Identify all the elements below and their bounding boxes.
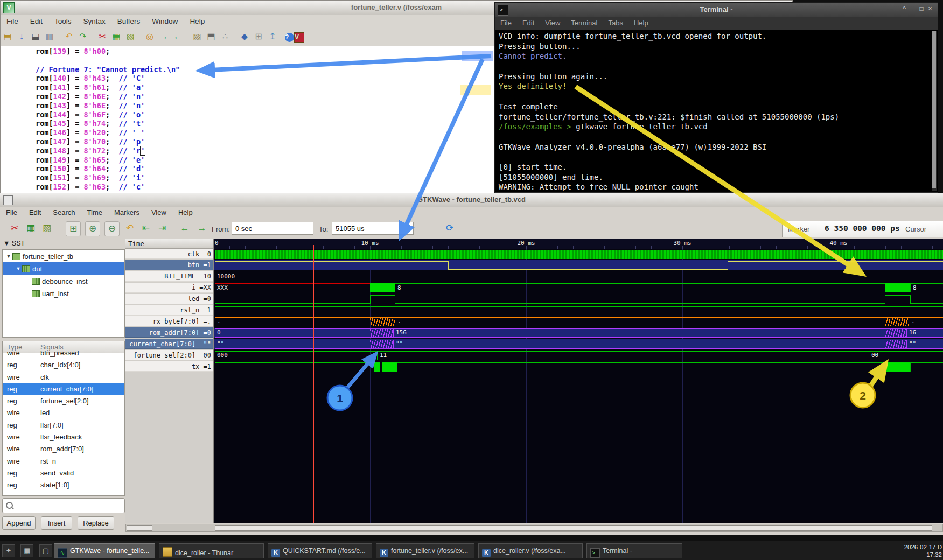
sst-tree-item-debounce_inst[interactable]: debounce_inst <box>3 275 124 287</box>
gtkwave-menu-time[interactable]: Time <box>81 207 108 216</box>
names-hscrollbar[interactable] <box>125 524 214 532</box>
signal-label-row[interactable]: i =XX <box>125 283 213 293</box>
terminal-menu-tabs[interactable]: Tabs <box>603 17 628 27</box>
jump-tag-icon[interactable]: ↥ <box>266 30 279 43</box>
run-script-icon[interactable]: ∴ <box>219 30 232 43</box>
signal-label-row[interactable]: rom_addr[7:0] =0 <box>125 327 213 338</box>
vim-logo-icon[interactable]: V <box>294 32 304 43</box>
find-icon[interactable]: ◎ <box>143 30 156 43</box>
replace-button[interactable]: Replace <box>78 516 114 530</box>
taskbar-button-2[interactable]: dice_roller - Thunar <box>159 543 264 558</box>
close-icon[interactable]: × <box>926 5 934 12</box>
signal-label-row[interactable]: BIT_TIME =10 <box>125 271 213 282</box>
undo-icon[interactable]: ↶ <box>62 30 75 43</box>
gtkwave-menu-markers[interactable]: Markers <box>108 207 145 216</box>
pager-icon[interactable]: ▦ <box>20 544 33 557</box>
minimize-icon[interactable]: — <box>909 5 917 12</box>
cut-icon[interactable]: ✂ <box>96 30 109 43</box>
signal-row-lfsr[7:0][interactable]: reglfsr[7:0] <box>3 419 124 431</box>
terminal-menu-terminal[interactable]: Terminal <box>565 17 603 27</box>
signal-row-rst_n[interactable]: wirerst_n <box>3 456 124 467</box>
wave-row[interactable]: ... <box>214 317 943 327</box>
signal-row-fortune_sel[2:0][interactable]: regfortune_sel[2:0] <box>3 395 124 407</box>
signal-label-row[interactable]: current_char[7:0] ="" <box>125 339 213 349</box>
signal-row-led[interactable]: wireled <box>3 407 124 419</box>
maximize-icon[interactable]: □ <box>917 5 926 12</box>
taskbar-button-5[interactable]: Kdice_roller.v (/foss/exa... <box>478 543 583 558</box>
taskbar-button-1[interactable]: ∿GTKWave - fortune_telle... <box>54 543 155 558</box>
gvim-menu-edit[interactable]: Edit <box>24 15 48 25</box>
gvim-menu-syntax[interactable]: Syntax <box>78 15 111 25</box>
from-field[interactable]: 0 sec <box>232 222 313 235</box>
gtkwave-menu-edit[interactable]: Edit <box>23 207 47 216</box>
signal-label-row[interactable]: clk =0 <box>125 249 213 259</box>
signal-search-input[interactable] <box>2 498 125 513</box>
gtkwave-menu-help[interactable]: Help <box>172 207 199 216</box>
signal-row-send_valid[interactable]: regsend_valid <box>3 467 124 479</box>
signal-label-row[interactable]: rx_byte[7:0] =. <box>125 316 213 326</box>
signal-row-rom_addr[7:0][interactable]: wirerom_addr[7:0] <box>3 443 124 455</box>
taskbar-button-6[interactable]: >_Terminal - <box>586 543 682 558</box>
wave-row[interactable]: 015616 <box>214 328 943 338</box>
signal-row-clk[interactable]: wireclk <box>3 372 124 383</box>
sst-header[interactable]: ▼ SST <box>1 240 127 249</box>
shift-left-icon[interactable]: ← <box>178 221 192 235</box>
signal-label-row[interactable]: fortune_sel[2:0] =00 <box>125 350 213 360</box>
signal-row-current_char[7:0][interactable]: regcurrent_char[7:0] <box>3 383 124 395</box>
gvim-menu-buffers[interactable]: Buffers <box>111 15 146 25</box>
signal-label-row[interactable]: led =0 <box>125 294 213 304</box>
wave-row[interactable] <box>214 260 943 270</box>
to-field[interactable]: 51055 us <box>332 222 414 235</box>
signal-row-state[1:0][interactable]: regstate[1:0] <box>3 479 124 491</box>
save-icon[interactable]: ↓ <box>15 30 28 43</box>
terminal-scrollbar[interactable] <box>932 31 937 191</box>
terminal-menu-view[interactable]: View <box>540 17 565 27</box>
sst-tree-item-uart_inst[interactable]: uart_inst <box>3 287 124 299</box>
gvim-menu-help[interactable]: Help <box>184 15 211 25</box>
rollup-icon[interactable]: ^ <box>900 5 909 12</box>
cut-icon[interactable]: ✂ <box>8 221 22 235</box>
signal-label-row[interactable]: tx =1 <box>125 361 213 372</box>
paste-icon[interactable]: ▧ <box>124 30 137 43</box>
redo-icon[interactable]: ↷ <box>76 30 89 43</box>
wave-row[interactable]: 10000 <box>214 271 943 282</box>
expander-icon[interactable]: ▼ <box>5 250 12 263</box>
zoom-out-icon[interactable]: ⊖ <box>104 221 120 236</box>
help-icon[interactable]: ? <box>285 33 294 42</box>
print-icon[interactable]: ▥ <box>43 30 56 43</box>
wave-hscrollbar[interactable] <box>214 524 943 532</box>
terminal-output[interactable]: VCD info: dumpfile fortune_teller_tb.vcd… <box>495 30 938 192</box>
marker-line[interactable] <box>313 245 314 523</box>
wave-row[interactable] <box>214 305 943 316</box>
load-session-icon[interactable]: ▨ <box>191 30 204 43</box>
terminal-titlebar[interactable]: >_ Terminal - ^—□× <box>495 3 938 17</box>
sst-tree-item-dut[interactable]: ▼dut <box>3 262 124 275</box>
wave-row[interactable]: XXX88 <box>214 283 943 293</box>
wave-row[interactable] <box>214 362 943 372</box>
save-all-icon[interactable]: ⬓ <box>29 30 42 43</box>
append-button[interactable]: Append <box>2 516 36 530</box>
terminal-menu-help[interactable]: Help <box>628 17 654 27</box>
waveform-area[interactable]: 010 ms20 ms30 ms40 ms 10000XXX88...01561… <box>214 239 943 523</box>
signal-row-lfsr_feedback[interactable]: wirelfsr_feedback <box>3 431 124 443</box>
gvim-menu-window[interactable]: Window <box>146 15 184 25</box>
gtkwave-menu-search[interactable]: Search <box>47 207 81 216</box>
zoom-in-icon[interactable]: ⊕ <box>85 221 100 236</box>
tags-icon[interactable]: ⊞ <box>252 30 265 43</box>
signal-label-row[interactable]: btn =1 <box>125 260 213 270</box>
gtkwave-menu-view[interactable]: View <box>145 207 172 216</box>
app-menu-icon[interactable]: ✦ <box>2 544 15 557</box>
wave-row[interactable] <box>214 294 943 304</box>
paste-icon[interactable]: ▧ <box>40 221 54 235</box>
insert-button[interactable]: Insert <box>41 516 72 530</box>
expander-icon[interactable]: ▼ <box>15 263 22 275</box>
signal-label-row[interactable]: rst_n =1 <box>125 305 213 316</box>
copy-icon[interactable]: ▦ <box>24 221 38 235</box>
save-session-icon[interactable]: ⬒ <box>205 30 218 43</box>
gtkwave-menu-file[interactable]: File <box>0 207 23 216</box>
wave-row[interactable]: """""" <box>214 339 943 349</box>
terminal-menu-file[interactable]: File <box>495 17 517 27</box>
shift-right-icon[interactable]: → <box>195 221 209 235</box>
sst-tree-item-fortune_teller_tb[interactable]: ▼fortune_teller_tb <box>3 250 124 262</box>
terminal-menu-edit[interactable]: Edit <box>517 17 540 27</box>
